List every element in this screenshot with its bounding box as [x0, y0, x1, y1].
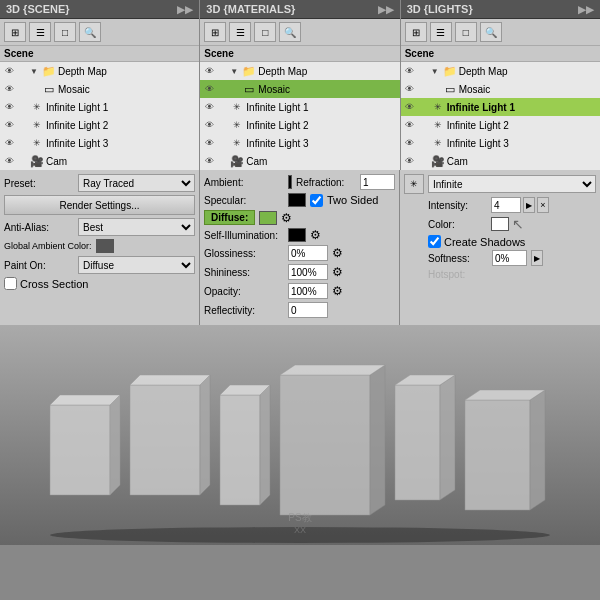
tree-item-cam-left[interactable]: 👁 🎥 Cam	[0, 152, 199, 170]
tree-item-light3-mid[interactable]: 👁 ✳ Infinite Light 3	[200, 134, 399, 152]
eye-icon-l1-mid[interactable]: 👁	[202, 100, 216, 114]
twosided-label: Two Sided	[327, 194, 378, 206]
tree-item-light2-mid[interactable]: 👁 ✳ Infinite Light 2	[200, 116, 399, 134]
crosssection-checkbox[interactable]	[4, 277, 17, 290]
softness-arrow-btn[interactable]: ▶	[531, 250, 543, 266]
eye-icon[interactable]: 👁	[2, 64, 16, 78]
lt-toolbar-btn-4[interactable]: 🔍	[480, 22, 502, 42]
tree-item-light2-left[interactable]: 👁 ✳ Infinite Light 2	[0, 116, 199, 134]
panels-row: 3D {SCENE} ▶▶ ⊞ ☰ □ 🔍 Scene 👁 ▼ 📁 Depth …	[0, 0, 600, 170]
tree-item-light1-left[interactable]: 👁 ✳ Infinite Light 1	[0, 98, 199, 116]
eye-icon-mosaic[interactable]: 👁	[2, 82, 16, 96]
scene-panel-title: 3D {SCENE}	[6, 3, 70, 15]
crosssection-label: Cross Section	[20, 278, 88, 290]
opacity-input[interactable]	[288, 283, 328, 299]
mat-toolbar-btn-4[interactable]: 🔍	[279, 22, 301, 42]
toolbar-btn-3[interactable]: □	[54, 22, 76, 42]
mat-toolbar-btn-3[interactable]: □	[254, 22, 276, 42]
painton-select[interactable]: Diffuse	[78, 256, 195, 274]
refraction-input[interactable]	[360, 174, 395, 190]
light-icon-3-right: ✳	[431, 136, 445, 150]
eye-icon-l3-mid[interactable]: 👁	[202, 136, 216, 150]
tree-arrow-right[interactable]: ▼	[431, 67, 441, 76]
shininess-row: Shininess: ⚙	[204, 264, 395, 280]
eye-icon-light1[interactable]: 👁	[2, 100, 16, 114]
light2-label-left: Infinite Light 2	[46, 120, 197, 131]
antialias-select[interactable]: Best	[78, 218, 195, 236]
eye-icon-l2-mid[interactable]: 👁	[202, 118, 216, 132]
render-settings-btn[interactable]: Render Settings...	[4, 195, 195, 215]
mat-toolbar-btn-1[interactable]: ⊞	[204, 22, 226, 42]
tree-item-depthmap-right[interactable]: 👁 ▼ 📁 Depth Map	[401, 62, 600, 80]
eye-icon-light2[interactable]: 👁	[2, 118, 16, 132]
svg-marker-11	[370, 365, 385, 515]
selfillum-swatch[interactable]	[288, 228, 306, 242]
create-shadows-checkbox[interactable]	[428, 235, 441, 248]
scene-panel-arrows[interactable]: ▶▶	[177, 4, 193, 15]
tree-item-light3-left[interactable]: 👁 ✳ Infinite Light 3	[0, 134, 199, 152]
softness-row: Softness: ▶	[428, 250, 596, 266]
scene-panel-toolbar: ⊞ ☰ □ 🔍	[0, 19, 199, 46]
hotspot-row: Hotspot:	[428, 269, 596, 280]
svg-marker-1	[50, 405, 110, 495]
tree-item-cam-mid[interactable]: 👁 🎥 Cam	[200, 152, 399, 170]
eye-icon-mosaic-right[interactable]: 👁	[403, 82, 417, 96]
tree-item-depthmap-mid[interactable]: 👁 ▼ 📁 Depth Map	[200, 62, 399, 80]
softness-input[interactable]	[492, 250, 527, 266]
eye-icon-l1-right[interactable]: 👁	[403, 100, 417, 114]
diffuse-swatch[interactable]	[259, 211, 277, 225]
tree-arrow[interactable]: ▼	[30, 67, 40, 76]
shininess-input[interactable]	[288, 264, 328, 280]
tree-item-cam-right[interactable]: 👁 🎥 Cam	[401, 152, 600, 170]
diffuse-btn[interactable]: Diffuse:	[204, 210, 255, 225]
ambient-color-swatch[interactable]	[96, 239, 114, 253]
toolbar-btn-1[interactable]: ⊞	[4, 22, 26, 42]
glossiness-input[interactable]	[288, 245, 328, 261]
preset-label: Preset:	[4, 178, 74, 189]
intensity-arrow-btn[interactable]: ▶	[523, 197, 535, 213]
eye-icon-mosaic-mid[interactable]: 👁	[202, 82, 216, 96]
eye-icon-right-dm[interactable]: 👁	[403, 64, 417, 78]
antialias-row: Anti-Alias: Best	[4, 218, 195, 236]
tree-item-light3-right[interactable]: 👁 ✳ Infinite Light 3	[401, 134, 600, 152]
toolbar-btn-4[interactable]: 🔍	[79, 22, 101, 42]
eye-icon-cam-mid[interactable]: 👁	[202, 154, 216, 168]
eye-icon-mid-dm[interactable]: 👁	[202, 64, 216, 78]
twosided-checkbox[interactable]	[310, 194, 323, 207]
mat-toolbar-btn-2[interactable]: ☰	[229, 22, 251, 42]
eye-icon-cam[interactable]: 👁	[2, 154, 16, 168]
intensity-input[interactable]	[491, 197, 521, 213]
tree-arrow-mid[interactable]: ▼	[230, 67, 240, 76]
tree-item-mosaic-left[interactable]: 👁 ▭ Mosaic	[0, 80, 199, 98]
eye-icon-light3[interactable]: 👁	[2, 136, 16, 150]
specular-swatch[interactable]	[288, 193, 306, 207]
intensity-label: Intensity:	[428, 200, 488, 211]
light3-label-left: Infinite Light 3	[46, 138, 197, 149]
materials-arrows[interactable]: ▶▶	[378, 4, 394, 15]
tree-item-mosaic-right[interactable]: 👁 ▭ Mosaic	[401, 80, 600, 98]
cam-icon: 🎥	[30, 154, 44, 168]
ambient-mid-swatch[interactable]	[288, 175, 292, 189]
eye-icon-l2-right[interactable]: 👁	[403, 118, 417, 132]
toolbar-btn-2[interactable]: ☰	[29, 22, 51, 42]
lt-toolbar-btn-2[interactable]: ☰	[430, 22, 452, 42]
reflectivity-input[interactable]	[288, 302, 328, 318]
lt-toolbar-btn-1[interactable]: ⊞	[405, 22, 427, 42]
tree-item-mosaic-mid[interactable]: 👁 ▭ Mosaic	[200, 80, 399, 98]
tree-item-light2-right[interactable]: 👁 ✳ Infinite Light 2	[401, 116, 600, 134]
diffuse-icon: ⚙	[281, 211, 292, 225]
light-type-select[interactable]: Infinite	[428, 175, 596, 193]
color-swatch-right[interactable]	[491, 217, 509, 231]
svg-marker-13	[395, 385, 440, 500]
svg-marker-14	[440, 375, 455, 500]
eye-icon-l3-right[interactable]: 👁	[403, 136, 417, 150]
lights-arrows[interactable]: ▶▶	[578, 4, 594, 15]
eye-icon-cam-right[interactable]: 👁	[403, 154, 417, 168]
tree-item-depthmap-left[interactable]: 👁 ▼ 📁 Depth Map	[0, 62, 199, 80]
preset-select[interactable]: Ray Traced	[78, 174, 195, 192]
lt-toolbar-btn-3[interactable]: □	[455, 22, 477, 42]
svg-marker-16	[465, 400, 530, 510]
intensity-x-btn[interactable]: ×	[537, 197, 549, 213]
tree-item-light1-right[interactable]: 👁 ✳ Infinite Light 1	[401, 98, 600, 116]
tree-item-light1-mid[interactable]: 👁 ✳ Infinite Light 1	[200, 98, 399, 116]
